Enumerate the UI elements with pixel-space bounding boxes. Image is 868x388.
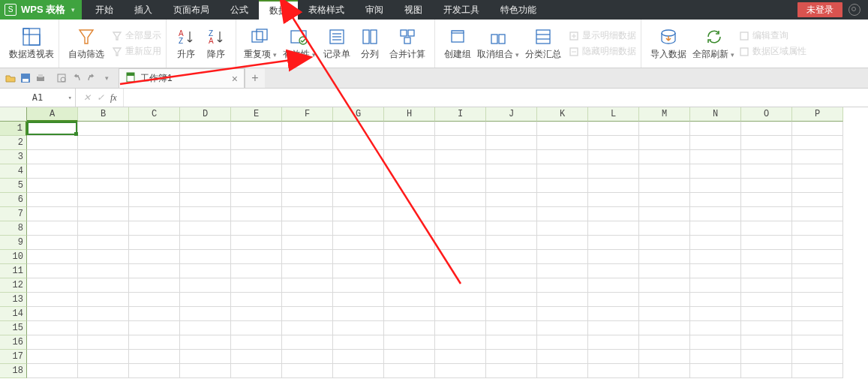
cell[interactable] xyxy=(792,221,843,236)
cell[interactable] xyxy=(27,122,78,136)
cell[interactable] xyxy=(435,207,486,221)
cell[interactable] xyxy=(537,136,588,150)
cell[interactable] xyxy=(741,136,792,150)
cell[interactable] xyxy=(690,122,741,136)
cell[interactable] xyxy=(486,221,537,236)
cell[interactable] xyxy=(78,207,129,221)
cell[interactable] xyxy=(486,335,537,350)
cell[interactable] xyxy=(282,122,333,136)
col-header[interactable]: H xyxy=(384,107,435,122)
cell[interactable] xyxy=(537,364,588,378)
cell[interactable] xyxy=(384,364,435,378)
cell[interactable] xyxy=(27,264,78,278)
cell[interactable] xyxy=(741,321,792,335)
cell[interactable] xyxy=(690,350,741,364)
cell[interactable] xyxy=(537,293,588,307)
menu-item-7[interactable]: 视图 xyxy=(394,0,433,20)
cell[interactable] xyxy=(384,193,435,207)
cell[interactable] xyxy=(690,221,741,236)
cell[interactable] xyxy=(792,278,843,293)
cell[interactable] xyxy=(741,364,792,378)
cell[interactable] xyxy=(690,136,741,150)
cell[interactable] xyxy=(639,193,690,207)
fx-icon[interactable]: fx xyxy=(110,92,117,104)
edit-query-button[interactable]: 编辑查询 xyxy=(739,29,806,42)
cell[interactable] xyxy=(78,179,129,193)
cell[interactable] xyxy=(180,364,231,378)
row-header[interactable]: 15 xyxy=(0,321,27,335)
cell[interactable] xyxy=(282,221,333,236)
cell[interactable] xyxy=(384,350,435,364)
cell[interactable] xyxy=(78,321,129,335)
cell[interactable] xyxy=(741,307,792,321)
cell[interactable] xyxy=(333,335,384,350)
cell[interactable] xyxy=(333,236,384,250)
cell[interactable] xyxy=(588,122,639,136)
cell[interactable] xyxy=(588,293,639,307)
row-header[interactable]: 6 xyxy=(0,193,27,207)
form-button[interactable]: 记录单 xyxy=(319,21,355,66)
cell[interactable] xyxy=(588,264,639,278)
cell[interactable] xyxy=(741,264,792,278)
cell[interactable] xyxy=(27,207,78,221)
cell[interactable] xyxy=(129,264,180,278)
col-header[interactable]: J xyxy=(486,107,537,122)
qa-print-icon[interactable] xyxy=(33,68,48,88)
col-header[interactable]: N xyxy=(690,107,741,122)
cell[interactable] xyxy=(129,335,180,350)
cell[interactable] xyxy=(231,221,282,236)
duplicates-button[interactable]: 重复项 ▾ xyxy=(241,21,280,66)
qa-redo-icon[interactable] xyxy=(84,68,99,88)
sort-desc-button[interactable]: ZA 降序 xyxy=(201,21,231,66)
row-header[interactable]: 9 xyxy=(0,236,27,250)
cell[interactable] xyxy=(486,193,537,207)
cell[interactable] xyxy=(180,221,231,236)
cell[interactable] xyxy=(588,193,639,207)
cell[interactable] xyxy=(792,264,843,278)
col-header[interactable]: C xyxy=(129,107,180,122)
cell[interactable] xyxy=(588,350,639,364)
cell[interactable] xyxy=(435,221,486,236)
cell[interactable] xyxy=(231,207,282,221)
cell[interactable] xyxy=(231,264,282,278)
cell[interactable] xyxy=(792,250,843,264)
col-header[interactable]: E xyxy=(231,107,282,122)
cell[interactable] xyxy=(384,250,435,264)
row-header[interactable]: 17 xyxy=(0,350,27,364)
cell[interactable] xyxy=(588,179,639,193)
refresh-all-button[interactable]: 全部刷新 ▾ xyxy=(691,21,736,66)
cell[interactable] xyxy=(282,164,333,179)
cell[interactable] xyxy=(741,278,792,293)
cell[interactable] xyxy=(231,350,282,364)
cell[interactable] xyxy=(537,164,588,179)
fx-accept-icon[interactable]: ✓ xyxy=(97,92,104,103)
cell[interactable] xyxy=(180,122,231,136)
cell[interactable] xyxy=(741,236,792,250)
cell[interactable] xyxy=(333,221,384,236)
cell[interactable] xyxy=(129,293,180,307)
cell[interactable] xyxy=(537,122,588,136)
cell[interactable] xyxy=(435,293,486,307)
menu-item-2[interactable]: 页面布局 xyxy=(163,0,220,20)
cell[interactable] xyxy=(27,236,78,250)
cell[interactable] xyxy=(231,364,282,378)
cell[interactable] xyxy=(792,207,843,221)
cell[interactable] xyxy=(333,350,384,364)
cell[interactable] xyxy=(384,136,435,150)
menu-item-1[interactable]: 插入 xyxy=(124,0,163,20)
group-create-button[interactable]: 创建组 xyxy=(440,21,476,66)
cell[interactable] xyxy=(282,136,333,150)
cell[interactable] xyxy=(435,264,486,278)
cell[interactable] xyxy=(690,207,741,221)
cell[interactable] xyxy=(78,293,129,307)
import-data-button[interactable]: 导入数据 xyxy=(646,21,691,66)
cell[interactable] xyxy=(792,122,843,136)
cell[interactable] xyxy=(537,179,588,193)
cell[interactable] xyxy=(282,193,333,207)
menu-item-3[interactable]: 公式 xyxy=(220,0,259,20)
cell[interactable] xyxy=(792,364,843,378)
cell[interactable] xyxy=(129,207,180,221)
cell[interactable] xyxy=(384,122,435,136)
cell[interactable] xyxy=(27,335,78,350)
cell[interactable] xyxy=(129,364,180,378)
